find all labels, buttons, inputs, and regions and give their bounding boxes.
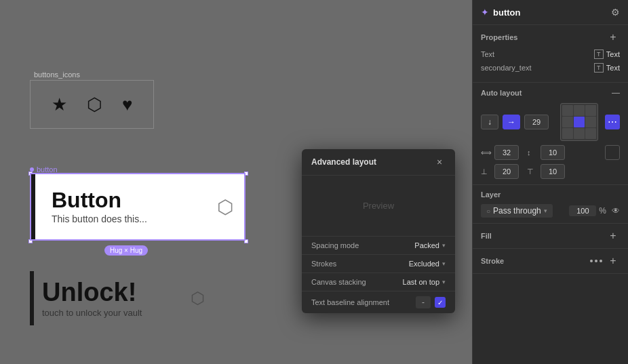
fill-row: Fill + <box>481 229 620 243</box>
buttons-icons-frame: ★ ⬡ ♥ <box>30 80 154 129</box>
padding-bottom-icon: ⊥ <box>481 167 490 176</box>
unlock-fingerprint-icon: ⬡ <box>191 289 205 308</box>
blend-mode-chevron: ▾ <box>544 207 547 214</box>
more-options-btn[interactable]: ⋯ <box>605 115 620 129</box>
text-prop-row-2: secondary_text T Text <box>481 63 620 73</box>
text-value-1: Text <box>606 50 620 58</box>
grid-cell-1 <box>562 105 573 116</box>
unlock-text-content: Unlock! touch to unlock your vault <box>42 279 142 318</box>
padding-link-btn[interactable] <box>605 145 620 160</box>
autolayout-section-title: Auto layout <box>481 89 522 97</box>
modal-title: Advanced layout <box>311 157 376 167</box>
modal-close-button[interactable]: × <box>433 156 446 168</box>
panel-settings-icon[interactable]: ⚙ <box>611 7 620 18</box>
spacing-mode-chevron: ▾ <box>442 242 446 249</box>
text-value-2: Text <box>606 64 620 72</box>
unlock-subtitle: touch to unlock your vault <box>42 308 142 318</box>
stroke-dots-icon <box>590 260 602 262</box>
unlock-section: Unlock! touch to unlock your vault ⬡ <box>30 271 205 325</box>
padding-bottom-input[interactable]: 20 <box>494 164 519 179</box>
component-icon: ✦ <box>481 7 489 18</box>
unlock-bar <box>30 271 34 325</box>
right-panel: ✦ button ⚙ Properties + Text T Text seco… <box>472 0 628 364</box>
layer-section-title: Layer <box>481 190 501 199</box>
button-frame[interactable]: Button This button does this... ⬡ <box>30 173 246 241</box>
button-title: Button <box>52 189 147 211</box>
text-baseline-row: Text baseline alignment - ✓ <box>302 291 455 313</box>
text-prop-value-1: T Text <box>594 49 620 59</box>
stroke-dot-1 <box>590 260 593 262</box>
panel-header-left: ✦ button <box>481 7 520 18</box>
spacing-grid[interactable] <box>560 103 598 141</box>
properties-header: Properties + <box>481 31 620 44</box>
direction-row: ↓ → 29 <box>481 103 620 141</box>
fill-section: Fill + <box>473 224 628 249</box>
stroke-dot-2 <box>595 260 597 262</box>
strokes-chevron: ▾ <box>442 260 446 267</box>
text-prop-value-2: T Text <box>594 63 620 73</box>
fill-add-button[interactable]: + <box>606 229 620 243</box>
modal-header: Advanced layout × <box>302 149 455 176</box>
grid-cell-9 <box>585 128 596 139</box>
fingerprint-icon: ⬡ <box>87 94 102 115</box>
star-icon: ★ <box>52 94 67 115</box>
spacing-mode-row: Spacing mode Packed ▾ <box>302 237 455 255</box>
padding-right-input[interactable]: 10 <box>541 164 565 179</box>
padding-row-2: ⊥ 20 ⊤ 10 <box>481 164 620 179</box>
blend-mode-circle-icon: ○ <box>486 207 490 215</box>
padding-left-input[interactable]: 32 <box>494 145 519 160</box>
stroke-add-button[interactable]: + <box>606 254 620 268</box>
text-baseline-label: Text baseline alignment <box>311 298 389 306</box>
layer-row: ○ Pass through ▾ % 👁 <box>481 204 620 218</box>
blend-mode-dropdown[interactable]: ○ Pass through ▾ <box>481 204 553 218</box>
opacity-percent: % <box>599 206 606 216</box>
stroke-dot-3 <box>600 260 602 262</box>
grid-cell-2 <box>574 105 585 116</box>
autolayout-collapse-btn[interactable]: — <box>612 88 620 98</box>
fill-section-title: Fill <box>481 232 492 240</box>
direction-down-btn[interactable]: ↓ <box>481 115 498 129</box>
modal-preview: Preview <box>302 176 455 237</box>
panel-title: button <box>493 7 520 18</box>
blend-mode-value: Pass through <box>493 206 541 216</box>
text-baseline-dash[interactable]: - <box>416 296 431 308</box>
direction-right-btn[interactable]: → <box>503 115 520 129</box>
text-type-icon-1: T <box>594 49 604 59</box>
strokes-row: Strokes Excluded ▾ <box>302 255 455 273</box>
autolayout-section: Auto layout — ↓ → 29 <box>473 83 628 185</box>
canvas: buttons_icons ★ ⬡ ♥ button Button This b… <box>0 0 472 364</box>
padding-right-icon: ⊤ <box>527 167 536 176</box>
spacing-mode-label: Spacing mode <box>311 241 359 249</box>
padding-top-input[interactable]: 10 <box>541 145 565 160</box>
hug-badge: Hug × Hug <box>104 245 148 256</box>
spacing-mode-value[interactable]: Packed ▾ <box>414 241 446 249</box>
grid-cell-7 <box>562 128 573 139</box>
heart-icon: ♥ <box>122 94 132 115</box>
panel-header: ✦ button ⚙ <box>473 0 628 25</box>
grid-cell-4 <box>562 117 573 127</box>
text-prop-label-2: secondary_text <box>481 64 532 72</box>
gap-input[interactable]: 29 <box>524 115 549 129</box>
properties-add-button[interactable]: + <box>606 31 620 44</box>
canvas-stacking-row: Canvas stacking Last on top ▾ <box>302 273 455 291</box>
grid-cell-8 <box>574 128 585 139</box>
canvas-stacking-value[interactable]: Last on top ▾ <box>403 278 446 286</box>
grid-cell-3 <box>585 105 596 116</box>
visibility-toggle[interactable]: 👁 <box>612 206 620 216</box>
strokes-value[interactable]: Excluded ▾ <box>409 260 446 268</box>
layer-header: Layer <box>481 190 620 199</box>
grid-cell-6 <box>585 117 596 127</box>
strokes-label: Strokes <box>311 260 336 268</box>
text-prop-label-1: Text <box>481 50 494 58</box>
properties-section-title: Properties <box>481 33 517 41</box>
button-subtitle: This button does this... <box>52 214 147 224</box>
layer-section: Layer ○ Pass through ▾ % 👁 <box>473 185 628 224</box>
stroke-section: Stroke + <box>473 249 628 274</box>
canvas-stacking-label: Canvas stacking <box>311 278 366 286</box>
padding-vertical-icon: ↕ <box>527 148 536 157</box>
opacity-controls: % 👁 <box>569 205 620 216</box>
opacity-input[interactable] <box>569 205 596 216</box>
text-prop-row-1: Text T Text <box>481 49 620 59</box>
text-baseline-check[interactable]: ✓ <box>435 297 446 308</box>
text-type-icon-2: T <box>594 63 604 73</box>
